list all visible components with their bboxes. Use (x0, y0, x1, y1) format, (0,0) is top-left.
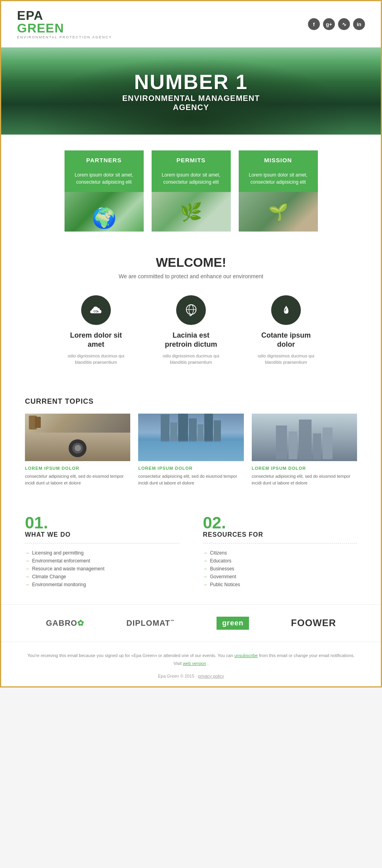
feature-globe-desc: odio dignissimos ducimus qui blanditiis … (160, 353, 223, 366)
card-partners-title: PARTNERS (65, 150, 144, 168)
topic-link-2[interactable]: LOREM IPSUM DOLOR (138, 466, 243, 471)
hero-banner: NUMBER 1 ENVIRONMENTAL MANAGEMENT AGENCY (1, 47, 381, 135)
logo: EPA GREEN ENVIRONMENTAL PROTECTION AGENC… (17, 9, 112, 39)
welcome-section: WELCOME! We are committed to protect and… (1, 247, 381, 389)
logo-green: GREEN (17, 22, 112, 34)
feature-water: Cotante ipsum dolor odio dignissimos duc… (255, 295, 318, 366)
topic-desc-2: consectetur adipisicing elit, sed do eiu… (138, 473, 243, 487)
topics-title: CURRENT TOPICS (25, 397, 357, 406)
resources-col: 02. RESOURCES FOR Citizens Educators Bus… (191, 515, 357, 589)
feature-globe-title: Lacinia est pretroin dictum (160, 331, 223, 349)
list-item: Educators (203, 557, 357, 565)
hero-subtitle-line1: ENVIRONMENTAL MANAGEMENT (122, 94, 260, 103)
feature-co2: CO₂ Lorem dolor sit amet odio dignissimo… (65, 295, 128, 366)
card-mission-title: MISSION (239, 150, 318, 168)
card-mission-image: 🌱 (239, 192, 318, 232)
feature-water-title: Cotante ipsum dolor (255, 331, 318, 349)
footer-text-end: . (207, 661, 209, 666)
linkedin-icon[interactable]: in (353, 18, 365, 30)
topic-image-2 (138, 414, 243, 461)
list-item: Public Notices (203, 581, 357, 589)
logos-section: GABRO✿ DIPLOMAT™ green FOOWER (1, 604, 381, 642)
rss-icon[interactable]: ∿ (338, 18, 350, 30)
resources-number: 02. (203, 515, 357, 531)
features-row: CO₂ Lorem dolor sit amet odio dignissimo… (17, 295, 365, 366)
copyright: Epa Green © 2015 (158, 674, 194, 678)
list-item: Citizens (203, 549, 357, 557)
partner-green: green (217, 617, 249, 630)
hero-subtitle-line2: AGENCY (122, 103, 260, 112)
topic-image-1 (25, 414, 130, 461)
card-permits: PERMITS Lorem ipsum dolor sit amet, cons… (152, 150, 231, 232)
card-mission-body: Lorem ipsum dolor sit amet, consectetur … (239, 168, 318, 192)
header: EPA GREEN ENVIRONMENTAL PROTECTION AGENC… (1, 1, 381, 47)
web-version-link[interactable]: web version (183, 661, 206, 666)
topics-grid: LOREM IPSUM DOLOR consectetur adipisicin… (25, 414, 357, 487)
list-item: Environmental monitoring (25, 581, 179, 589)
logo-subtitle: ENVIRONMENTAL PROTECTION AGENCY (17, 35, 112, 39)
partner-diplomat: DIPLOMAT™ (126, 619, 175, 628)
topic-desc-3: consectetur adipisicing elit, sed do eiu… (252, 473, 357, 487)
list-item: Licensing and permitting (25, 549, 179, 557)
card-partners-body: Lorem ipsum dolor sit amet, consectetur … (65, 168, 144, 192)
card-partners: PARTNERS Lorem ipsum dolor sit amet, con… (65, 150, 144, 232)
footer: You're receiving this email because you … (1, 642, 381, 686)
globe-icon (176, 295, 206, 325)
footer-text-before: You're receiving this email because you … (27, 653, 233, 658)
svg-text:CO₂: CO₂ (93, 310, 99, 312)
hero-number: NUMBER 1 (122, 70, 260, 94)
resources-divider (203, 543, 357, 543)
card-permits-title: PERMITS (152, 150, 231, 168)
welcome-title: WELCOME! (17, 255, 365, 270)
unsubscribe-link[interactable]: unsubscribe (234, 653, 258, 658)
facebook-icon[interactable]: f (308, 18, 320, 30)
resources-list: Citizens Educators Businesses Government… (203, 549, 357, 589)
whatwedo-divider (25, 543, 179, 543)
privacy-link[interactable]: privacy policy (198, 674, 224, 678)
whatwedo-number: 01. (25, 515, 179, 531)
whatwedo-list: Licensing and permitting Environmental e… (25, 549, 179, 589)
water-icon (271, 295, 301, 325)
resources-heading: RESOURCES FOR (203, 531, 357, 538)
list-item: Environmental enforcement (25, 557, 179, 565)
topic-item-1: LOREM IPSUM DOLOR consectetur adipisicin… (25, 414, 130, 487)
what-we-do-col: 01. WHAT WE DO Licensing and permitting … (25, 515, 191, 589)
topic-image-3 (252, 414, 357, 461)
welcome-subtitle: We are committed to protect and enhance … (17, 273, 365, 279)
feature-co2-title: Lorem dolor sit amet (65, 331, 128, 349)
footer-text: You're receiving this email because you … (25, 652, 357, 668)
card-partners-image: 🌍 (65, 192, 144, 232)
topics-section: CURRENT TOPICS LOREM IPSUM DOLOR conse (1, 389, 381, 503)
list-item: Resource and waste management (25, 565, 179, 573)
topic-link-1[interactable]: LOREM IPSUM DOLOR (25, 466, 130, 471)
whatwedo-heading: WHAT WE DO (25, 531, 179, 538)
card-permits-image: 🌿 (152, 192, 231, 232)
two-col-section: 01. WHAT WE DO Licensing and permitting … (1, 503, 381, 604)
feature-co2-desc: odio dignissimos ducimus qui blanditiis … (65, 353, 128, 366)
google-plus-icon[interactable]: g+ (323, 18, 335, 30)
list-item: Climate Change (25, 573, 179, 581)
logo-epa: EPA (17, 9, 112, 22)
footer-bottom: Epa Green © 2015 · privacy policy (25, 674, 357, 678)
topic-item-3: LOREM IPSUM DOLOR consectetur adipisicin… (252, 414, 357, 487)
social-icons-group: f g+ ∿ in (308, 18, 365, 30)
feature-globe: Lacinia est pretroin dictum odio digniss… (160, 295, 223, 366)
card-mission: MISSION Lorem ipsum dolor sit amet, cons… (239, 150, 318, 232)
cards-section: PARTNERS Lorem ipsum dolor sit amet, con… (1, 135, 381, 247)
co2-icon: CO₂ (81, 295, 111, 325)
partner-gabro: GABRO✿ (46, 618, 84, 628)
list-item: Government (203, 573, 357, 581)
list-item: Businesses (203, 565, 357, 573)
partner-foower: FOOWER (291, 617, 336, 629)
topic-desc-1: consectetur adipisicing elit, sed do eiu… (25, 473, 130, 487)
card-permits-body: Lorem ipsum dolor sit amet, consectetur … (152, 168, 231, 192)
hero-content: NUMBER 1 ENVIRONMENTAL MANAGEMENT AGENCY (122, 70, 260, 112)
feature-water-desc: odio dignissimos ducimus qui blanditiis … (255, 353, 318, 366)
topic-item-2: LOREM IPSUM DOLOR consectetur adipisicin… (138, 414, 243, 487)
topic-link-3[interactable]: LOREM IPSUM DOLOR (252, 466, 357, 471)
